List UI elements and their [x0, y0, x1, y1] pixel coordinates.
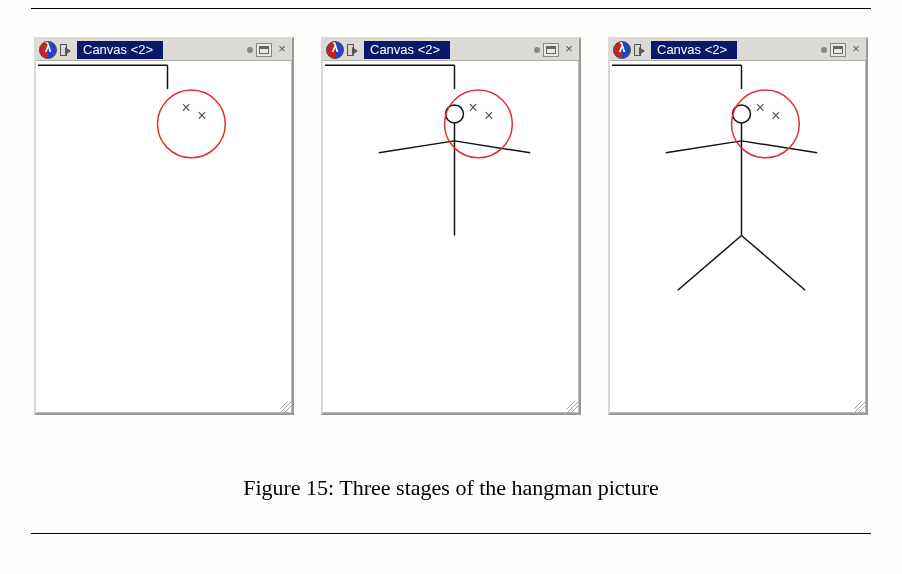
canvas-window: Canvas <2> × ×× [34, 37, 294, 415]
titlebar[interactable]: Canvas <2> × [610, 39, 866, 61]
lambda-app-icon [613, 41, 631, 59]
titlebar[interactable]: Canvas <2> × [323, 39, 579, 61]
hangman-stage-1: ×× [36, 61, 291, 412]
svg-line-20 [678, 236, 742, 291]
canvas-area[interactable]: ×× [323, 61, 579, 413]
hangman-stage-2: ×× [323, 61, 578, 412]
resize-grip-icon[interactable] [280, 401, 292, 413]
maximize-button[interactable] [543, 43, 559, 57]
svg-text:×: × [771, 107, 780, 124]
svg-line-19 [741, 141, 817, 153]
svg-text:×: × [197, 107, 206, 124]
top-rule [31, 8, 871, 9]
canvas-window: Canvas <2> × ×× [608, 37, 868, 415]
figure-caption: Figure 15: Three stages of the hangman p… [30, 475, 872, 501]
maximize-button[interactable] [830, 43, 846, 57]
svg-text:×: × [755, 99, 764, 116]
svg-line-21 [741, 236, 805, 291]
svg-text:×: × [181, 99, 190, 116]
close-button[interactable]: × [562, 43, 576, 57]
pin-icon[interactable] [347, 44, 361, 56]
maximize-button[interactable] [256, 43, 272, 57]
svg-text:×: × [468, 99, 477, 116]
window-title: Canvas <2> [651, 41, 737, 59]
window-title: Canvas <2> [77, 41, 163, 59]
canvas-window: Canvas <2> × ×× [321, 37, 581, 415]
canvas-area[interactable]: ×× [610, 61, 866, 413]
hangman-stage-3: ×× [610, 61, 865, 412]
svg-line-18 [666, 141, 742, 153]
svg-text:×: × [484, 107, 493, 124]
windows-row: Canvas <2> × ×× Canvas <2> × [30, 37, 872, 415]
canvas-area[interactable]: ×× [36, 61, 292, 413]
bottom-rule [31, 533, 871, 534]
close-button[interactable]: × [275, 43, 289, 57]
lambda-app-icon [39, 41, 57, 59]
window-title: Canvas <2> [364, 41, 450, 59]
resize-grip-icon[interactable] [854, 401, 866, 413]
menu-dot-icon[interactable] [534, 47, 540, 53]
titlebar[interactable]: Canvas <2> × [36, 39, 292, 61]
svg-line-9 [379, 141, 455, 153]
lambda-app-icon [326, 41, 344, 59]
pin-icon[interactable] [60, 44, 74, 56]
svg-point-2 [158, 90, 226, 158]
close-button[interactable]: × [849, 43, 863, 57]
menu-dot-icon[interactable] [247, 47, 253, 53]
resize-grip-icon[interactable] [567, 401, 579, 413]
menu-dot-icon[interactable] [821, 47, 827, 53]
pin-icon[interactable] [634, 44, 648, 56]
figure-page: Canvas <2> × ×× Canvas <2> × [0, 8, 902, 574]
svg-line-10 [454, 141, 530, 153]
